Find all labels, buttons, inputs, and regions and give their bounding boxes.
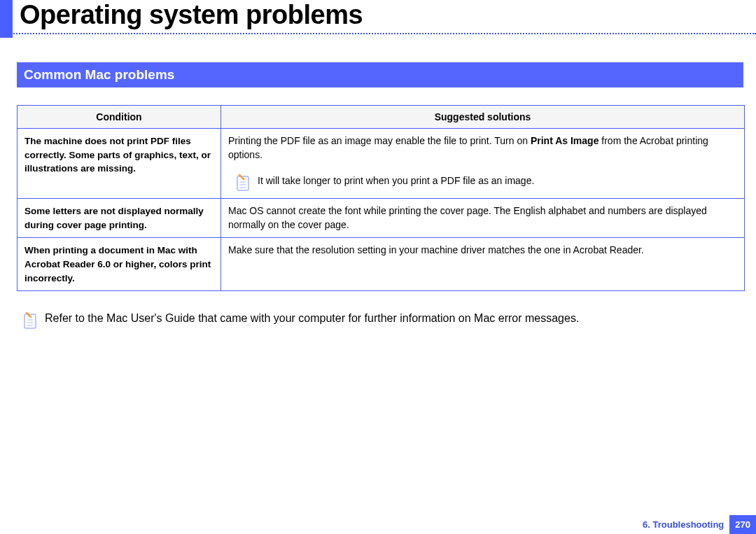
- note-icon: [235, 174, 251, 192]
- note-icon: [22, 312, 38, 330]
- col-solutions: Suggested solutions: [221, 106, 745, 129]
- solution-text-pre: Printing the PDF file as an image may en…: [228, 135, 531, 146]
- footer-page-number: 270: [729, 515, 756, 534]
- page-title: Operating system problems: [20, 0, 756, 30]
- table-header-row: Condition Suggested solutions: [18, 106, 745, 129]
- title-accent-block: [0, 0, 13, 38]
- note-text: It will take longer to print when you pr…: [258, 174, 534, 188]
- table-row: The machine does not print PDF files cor…: [18, 129, 745, 199]
- solution-text-bold: Print As Image: [531, 135, 599, 146]
- table-row: Some letters are not displayed normally …: [18, 199, 745, 238]
- solution-cell: Printing the PDF file as an image may en…: [221, 129, 745, 199]
- title-bar: Operating system problems: [0, 0, 756, 34]
- footer-chapter: 6. Troubleshooting: [643, 519, 724, 530]
- solution-cell: Mac OS cannot create the font while prin…: [221, 199, 745, 238]
- page-footer: 6. Troubleshooting 270: [643, 515, 756, 534]
- problems-table: Condition Suggested solutions The machin…: [17, 105, 745, 291]
- section-subheader: Common Mac problems: [17, 62, 743, 87]
- table-row: When printing a document in Mac with Acr…: [18, 238, 745, 291]
- solution-cell: Make sure that the resolution setting in…: [221, 238, 745, 291]
- footnote-text: Refer to the Mac User's Guide that came …: [45, 312, 579, 325]
- note-block: It will take longer to print when you pr…: [235, 174, 737, 192]
- condition-cell: The machine does not print PDF files cor…: [18, 129, 221, 199]
- footnote-block: Refer to the Mac User's Guide that came …: [22, 312, 756, 330]
- condition-cell: When printing a document in Mac with Acr…: [18, 238, 221, 291]
- condition-cell: Some letters are not displayed normally …: [18, 199, 221, 238]
- col-condition: Condition: [18, 106, 221, 129]
